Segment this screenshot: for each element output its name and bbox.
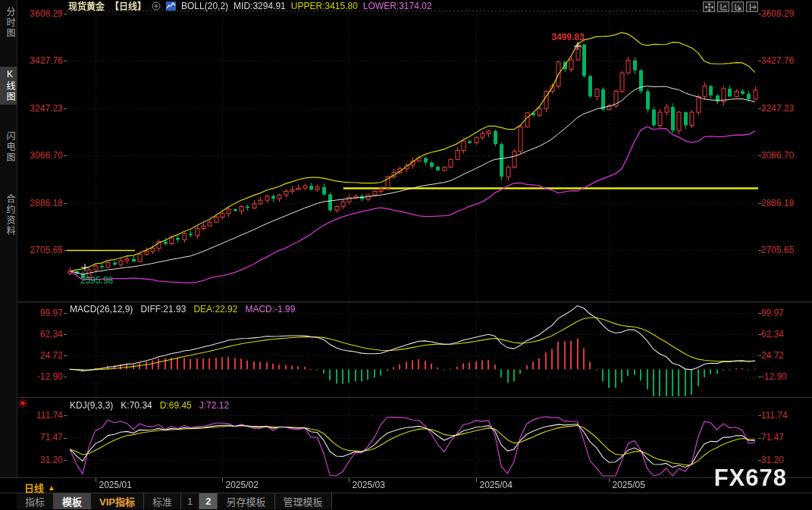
- chart-header: 现货黄金 【日线】 BOLL(20,2) MID:3294.91 UPPER:3…: [68, 1, 432, 11]
- sidebar-item-lightning-chart[interactable]: 闪电图: [0, 129, 17, 165]
- sidebar-item-contract-info[interactable]: 合约资料: [0, 192, 17, 239]
- boll-lower-value: LOWER:3174.02: [363, 1, 432, 11]
- tab-save-template[interactable]: 另存模板: [218, 493, 274, 509]
- price-axis-label: 3247.23: [761, 103, 794, 114]
- kdj-j-value: J:72.12: [199, 400, 229, 411]
- date-axis-label: 2025/02: [226, 480, 259, 490]
- kdj-d-value: D:69.45: [160, 400, 192, 411]
- chevron-up-icon: ▲: [48, 483, 55, 492]
- price-axis-label: 3066.70: [761, 150, 794, 161]
- price-axis-label: 2705.65: [761, 245, 794, 255]
- kdj-header: KDJ(9,3,3) K:70.34 D:69.45 J:72.12: [70, 400, 229, 411]
- date-axis-label: 2025/05: [613, 480, 645, 490]
- macd-header: MACD(26,12,9) DIFF:21.93 DEA:22.92 MACD:…: [70, 304, 295, 314]
- sidebar-item-kline-chart[interactable]: K线图: [0, 67, 17, 105]
- macd-axis-label: 24.72: [761, 350, 784, 361]
- sidebar: 分时图 K线图 闪电图 合约资料: [0, 0, 17, 477]
- macd-params: MACD(26,12,9): [70, 304, 133, 314]
- macd-diff-value: DIFF:21.93: [140, 304, 186, 314]
- kdj-axis-label: 111.74: [18, 410, 63, 421]
- tab-vip-indicators[interactable]: VIP指标: [91, 493, 144, 509]
- price-axis-label: 3247.23: [18, 103, 63, 114]
- kdj-axis-label: 71.47: [18, 432, 63, 443]
- indicator-settings-icon[interactable]: [17, 398, 28, 408]
- low-price-marker: 2595.98: [80, 275, 113, 286]
- price-axis-label: 3608.29: [761, 8, 794, 19]
- mini-chart-icon[interactable]: [166, 2, 176, 11]
- price-axis-label: 2705.65: [18, 245, 63, 255]
- pane-axis-icon[interactable]: [717, 2, 729, 12]
- kdj-axis-label: 31.20: [761, 455, 784, 465]
- boll-label: BOLL(20,2): [181, 1, 228, 11]
- macd-value: MACD:-1.99: [245, 304, 295, 314]
- move-crosshair-icon[interactable]: [703, 2, 715, 12]
- boll-mid-value: MID:3294.91: [234, 1, 286, 11]
- chart-window: 分时图 K线图 闪电图 合约资料 现货黄金 【日线】 BOLL(20,2) MI…: [0, 0, 812, 510]
- chart-canvas[interactable]: [0, 0, 812, 510]
- tab-standard[interactable]: 标准: [144, 493, 181, 509]
- tab-indicators[interactable]: 指标: [17, 493, 54, 509]
- boll-upper-value: UPPER:3415.80: [291, 1, 358, 11]
- kdj-params: KDJ(9,3,3): [70, 400, 113, 411]
- kdj-axis-label: 111.74: [761, 410, 788, 421]
- macd-axis-label: 62.34: [18, 329, 63, 339]
- symbol-name: 现货黄金: [68, 0, 105, 12]
- bottom-toolbar: 指标 模板 VIP指标 标准 1 2 另存模板 管理模板: [17, 493, 332, 509]
- tab-manage-template[interactable]: 管理模板: [275, 493, 332, 509]
- macd-axis-label: 99.97: [18, 308, 63, 318]
- price-axis-label: 3066.70: [18, 150, 63, 161]
- high-price-marker: 3499.83: [552, 32, 585, 42]
- macd-axis-label: 62.34: [761, 329, 784, 339]
- macd-axis-label: -12.90: [761, 371, 787, 382]
- price-axis-label: 2886.18: [761, 198, 794, 208]
- macd-axis-label: 99.97: [761, 308, 784, 318]
- price-axis-label: 3427.76: [18, 55, 63, 66]
- kdj-k-value: K:70.34: [121, 400, 152, 411]
- fx678-watermark: FX678: [714, 465, 787, 492]
- date-axis-label: 2025/03: [353, 480, 385, 490]
- date-axis-label: 2025/01: [99, 480, 132, 490]
- price-axis-label: 2886.18: [18, 198, 63, 208]
- price-axis-label: 3608.29: [18, 8, 63, 19]
- chart-tools: [703, 2, 758, 12]
- date-axis-label: 2025/04: [480, 480, 513, 490]
- tab-template-1[interactable]: 1: [181, 493, 199, 509]
- exit-pane-icon[interactable]: [746, 2, 758, 12]
- circle-plus-icon[interactable]: [152, 2, 161, 11]
- tab-template[interactable]: 模板: [54, 493, 91, 509]
- macd-dea-value: DEA:22.92: [193, 304, 237, 314]
- pane-play-icon[interactable]: [732, 2, 744, 12]
- period-tag: 【日线】: [110, 0, 146, 12]
- price-axis-label: 3427.76: [761, 55, 794, 66]
- sidebar-item-time-chart[interactable]: 分时图: [0, 5, 17, 41]
- macd-axis-label: 24.72: [18, 350, 63, 361]
- tab-template-2[interactable]: 2: [199, 493, 218, 509]
- macd-axis-label: -12.90: [18, 371, 63, 382]
- kdj-axis-label: 31.20: [18, 455, 63, 465]
- kdj-axis-label: 71.47: [761, 432, 784, 443]
